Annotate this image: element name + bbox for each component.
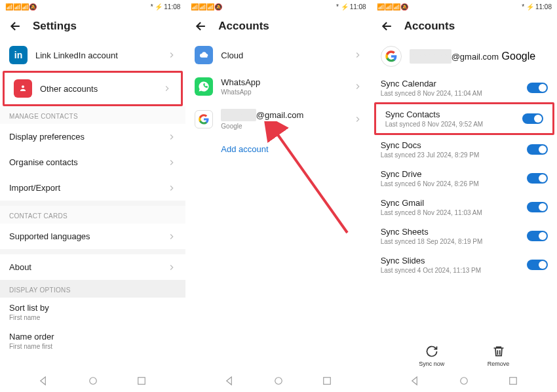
email-redacted: xxxxxxx bbox=[221, 109, 256, 121]
nav-bar bbox=[372, 370, 557, 392]
chevron-right-icon bbox=[167, 232, 176, 241]
status-left-icons: 📶📶📶🔕 bbox=[5, 3, 37, 10]
chevron-right-icon bbox=[353, 115, 362, 124]
trash-icon bbox=[492, 345, 505, 358]
nav-bar bbox=[185, 370, 371, 392]
nav-home-icon[interactable] bbox=[458, 375, 470, 387]
cloud-icon bbox=[195, 46, 213, 64]
status-bar: 📶📶📶🔕 * ⚡11:08 bbox=[372, 0, 557, 13]
sort-list-by-item[interactable]: Sort list by First name bbox=[0, 298, 185, 326]
status-bar: 📶📶📶🔕 * ⚡11:08 bbox=[0, 0, 185, 13]
add-account-button[interactable]: Add account bbox=[185, 136, 371, 162]
back-icon[interactable] bbox=[381, 20, 394, 33]
sync-docs-toggle[interactable] bbox=[527, 144, 548, 155]
sync-drive-item[interactable]: Sync DriveLast synced 6 Nov 2024, 8:26 P… bbox=[372, 164, 557, 193]
sync-sheets-toggle[interactable] bbox=[527, 231, 548, 241]
organise-contacts-item[interactable]: Organise contacts bbox=[0, 149, 185, 175]
sync-docs-item[interactable]: Sync DocsLast synced 23 Jul 2024, 8:29 P… bbox=[372, 135, 557, 164]
sync-calendar-item[interactable]: Sync CalendarLast synced 8 Nov 2024, 11:… bbox=[372, 73, 557, 102]
status-bar: 📶📶📶🔕 * ⚡11:08 bbox=[185, 0, 371, 13]
nav-bar bbox=[0, 370, 185, 392]
import-export-item[interactable]: Import/Export bbox=[0, 175, 185, 201]
svg-point-1 bbox=[89, 378, 96, 385]
remove-button[interactable]: Remove bbox=[488, 345, 510, 367]
whatsapp-account-item[interactable]: WhatsApp WhatsApp bbox=[185, 71, 371, 102]
accounts-panel: 📶📶📶🔕 * ⚡11:08 Accounts Cloud WhatsApp Wh… bbox=[185, 0, 371, 392]
link-linkedin-item[interactable]: in Link LinkedIn account bbox=[0, 39, 185, 71]
nav-home-icon[interactable] bbox=[87, 375, 99, 387]
cloud-account-item[interactable]: Cloud bbox=[185, 39, 371, 71]
other-accounts-label: Other accounts bbox=[40, 84, 163, 94]
sync-gmail-item[interactable]: Sync GmailLast synced 8 Nov 2024, 11:03 … bbox=[372, 193, 557, 222]
name-order-item[interactable]: Name order First name first bbox=[0, 326, 185, 355]
sync-contacts-toggle[interactable] bbox=[522, 113, 543, 124]
nav-recent-icon[interactable] bbox=[507, 375, 519, 387]
svg-point-0 bbox=[22, 85, 24, 88]
sync-contacts-item[interactable]: Sync ContactsLast synced 8 Nov 2024, 9:5… bbox=[374, 102, 554, 135]
sync-slides-toggle[interactable] bbox=[527, 260, 548, 270]
page-title: Accounts bbox=[218, 20, 269, 33]
divider bbox=[0, 201, 185, 206]
nav-back-icon[interactable] bbox=[224, 375, 236, 387]
chevron-right-icon bbox=[167, 263, 176, 272]
chevron-right-icon bbox=[167, 132, 176, 142]
page-title: Settings bbox=[33, 20, 77, 33]
chevron-right-icon bbox=[167, 158, 176, 167]
linkedin-icon: in bbox=[9, 46, 28, 64]
whatsapp-icon bbox=[195, 77, 213, 96]
google-icon bbox=[195, 110, 213, 128]
svg-point-3 bbox=[275, 378, 282, 385]
refresh-icon bbox=[425, 345, 438, 358]
section-contact-cards: CONTACT CARDS bbox=[0, 206, 185, 224]
supported-languages-item[interactable]: Supported languages bbox=[0, 224, 185, 249]
svg-point-5 bbox=[461, 378, 468, 385]
back-icon[interactable] bbox=[9, 20, 22, 33]
person-icon bbox=[14, 79, 32, 98]
chevron-right-icon bbox=[167, 50, 176, 60]
chevron-right-icon bbox=[353, 82, 362, 91]
divider bbox=[0, 249, 185, 254]
nav-back-icon[interactable] bbox=[38, 375, 50, 387]
about-item[interactable]: About bbox=[0, 254, 185, 280]
chevron-right-icon bbox=[167, 184, 176, 193]
svg-rect-4 bbox=[324, 378, 331, 385]
sync-sheets-item[interactable]: Sync SheetsLast synced 18 Sep 2024, 8:19… bbox=[372, 222, 557, 250]
settings-panel: 📶📶📶🔕 * ⚡11:08 Settings in Link LinkedIn … bbox=[0, 0, 185, 392]
svg-rect-6 bbox=[510, 378, 517, 385]
chevron-right-icon bbox=[353, 50, 362, 60]
page-title: Accounts bbox=[404, 20, 455, 33]
google-icon bbox=[381, 46, 402, 67]
nav-recent-icon[interactable] bbox=[136, 375, 147, 387]
back-icon[interactable] bbox=[195, 20, 208, 33]
sync-drive-toggle[interactable] bbox=[527, 173, 548, 184]
sync-gmail-toggle[interactable] bbox=[527, 202, 548, 212]
email-redacted: xxxxxxx bbox=[410, 49, 451, 64]
sync-calendar-toggle[interactable] bbox=[527, 83, 548, 93]
section-manage-contacts: MANAGE CONTACTS bbox=[0, 106, 185, 124]
status-right: * ⚡11:08 bbox=[151, 3, 181, 10]
sync-now-button[interactable]: Sync now bbox=[419, 345, 444, 367]
nav-recent-icon[interactable] bbox=[321, 375, 333, 387]
nav-home-icon[interactable] bbox=[273, 375, 284, 387]
action-bar: Sync now Remove bbox=[372, 337, 557, 370]
linkedin-label: Link LinkedIn account bbox=[35, 50, 167, 60]
section-display-options: Display options bbox=[0, 280, 185, 298]
svg-rect-2 bbox=[138, 378, 145, 385]
other-accounts-item[interactable]: Other accounts bbox=[3, 71, 183, 106]
chevron-right-icon bbox=[163, 84, 172, 93]
nav-back-icon[interactable] bbox=[410, 375, 421, 387]
google-account-item[interactable]: xxxxxxx@gmail.com Google bbox=[185, 102, 371, 136]
sync-slides-item[interactable]: Sync SlidesLast synced 4 Oct 2024, 11:13… bbox=[372, 250, 557, 279]
sync-panel: 📶📶📶🔕 * ⚡11:08 Accounts xxxxxxx@gmail.com… bbox=[372, 0, 557, 392]
display-preferences-item[interactable]: Display preferences bbox=[0, 124, 185, 149]
account-header: xxxxxxx@gmail.com Google bbox=[372, 39, 557, 73]
